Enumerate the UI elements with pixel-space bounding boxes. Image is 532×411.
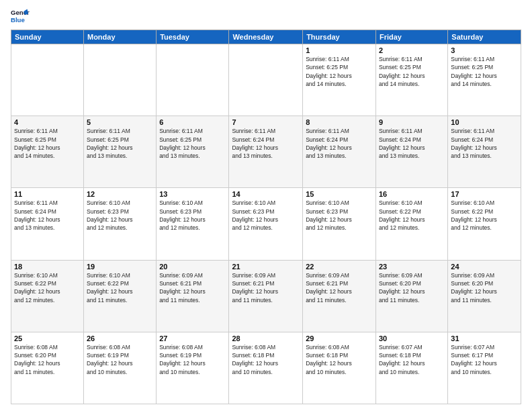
day-cell: 3Sunrise: 6:11 AM Sunset: 6:25 PM Daylig… xyxy=(448,44,521,116)
day-info: Sunrise: 6:11 AM Sunset: 6:24 PM Dayligh… xyxy=(379,127,445,160)
day-number: 8 xyxy=(306,118,373,126)
day-info: Sunrise: 6:09 AM Sunset: 6:21 PM Dayligh… xyxy=(159,271,226,304)
day-number: 9 xyxy=(379,118,445,126)
day-number: 19 xyxy=(87,263,153,271)
week-row-1: 1Sunrise: 6:11 AM Sunset: 6:25 PM Daylig… xyxy=(11,44,521,116)
day-info: Sunrise: 6:11 AM Sunset: 6:25 PM Dayligh… xyxy=(451,55,518,88)
day-info: Sunrise: 6:07 AM Sunset: 6:17 PM Dayligh… xyxy=(451,343,518,376)
day-number: 2 xyxy=(379,46,445,54)
weekday-header-tuesday: Tuesday xyxy=(157,30,229,44)
logo: General Blue xyxy=(11,7,30,26)
day-cell: 31Sunrise: 6:07 AM Sunset: 6:17 PM Dayli… xyxy=(448,332,521,404)
day-cell: 11Sunrise: 6:11 AM Sunset: 6:24 PM Dayli… xyxy=(11,188,84,260)
logo-icon: General Blue xyxy=(11,7,30,26)
day-cell: 18Sunrise: 6:10 AM Sunset: 6:22 PM Dayli… xyxy=(11,260,84,332)
weekday-header-saturday: Saturday xyxy=(448,30,521,44)
day-cell: 12Sunrise: 6:10 AM Sunset: 6:23 PM Dayli… xyxy=(83,188,156,260)
day-number: 31 xyxy=(451,334,518,342)
weekday-header-wednesday: Wednesday xyxy=(229,30,303,44)
day-cell: 5Sunrise: 6:11 AM Sunset: 6:25 PM Daylig… xyxy=(83,116,156,188)
day-cell xyxy=(11,44,84,116)
day-info: Sunrise: 6:10 AM Sunset: 6:22 PM Dayligh… xyxy=(379,199,445,232)
day-number: 23 xyxy=(379,263,445,271)
day-cell: 17Sunrise: 6:10 AM Sunset: 6:22 PM Dayli… xyxy=(448,188,521,260)
day-info: Sunrise: 6:07 AM Sunset: 6:18 PM Dayligh… xyxy=(379,343,445,376)
day-cell: 24Sunrise: 6:09 AM Sunset: 6:20 PM Dayli… xyxy=(448,260,521,332)
day-info: Sunrise: 6:10 AM Sunset: 6:23 PM Dayligh… xyxy=(306,199,373,232)
day-number: 25 xyxy=(14,334,81,342)
header: General Blue xyxy=(11,7,521,26)
day-number: 14 xyxy=(232,190,300,198)
day-info: Sunrise: 6:11 AM Sunset: 6:24 PM Dayligh… xyxy=(14,199,81,232)
day-info: Sunrise: 6:08 AM Sunset: 6:18 PM Dayligh… xyxy=(232,343,300,376)
day-cell: 10Sunrise: 6:11 AM Sunset: 6:24 PM Dayli… xyxy=(448,116,521,188)
day-cell: 30Sunrise: 6:07 AM Sunset: 6:18 PM Dayli… xyxy=(375,332,447,404)
day-cell: 6Sunrise: 6:11 AM Sunset: 6:25 PM Daylig… xyxy=(157,116,229,188)
day-info: Sunrise: 6:11 AM Sunset: 6:24 PM Dayligh… xyxy=(232,127,300,160)
day-cell: 9Sunrise: 6:11 AM Sunset: 6:24 PM Daylig… xyxy=(375,116,447,188)
day-number: 17 xyxy=(451,190,518,198)
day-number: 27 xyxy=(159,334,226,342)
day-number: 29 xyxy=(306,334,373,342)
day-info: Sunrise: 6:10 AM Sunset: 6:23 PM Dayligh… xyxy=(159,199,226,232)
day-number: 12 xyxy=(87,190,153,198)
weekday-header-thursday: Thursday xyxy=(303,30,376,44)
calendar-table: SundayMondayTuesdayWednesdayThursdayFrid… xyxy=(11,30,521,404)
day-number: 20 xyxy=(159,263,226,271)
day-cell: 22Sunrise: 6:09 AM Sunset: 6:21 PM Dayli… xyxy=(303,260,376,332)
day-number: 1 xyxy=(306,46,373,54)
day-cell: 1Sunrise: 6:11 AM Sunset: 6:25 PM Daylig… xyxy=(303,44,376,116)
day-number: 18 xyxy=(14,263,81,271)
day-number: 21 xyxy=(232,263,300,271)
day-info: Sunrise: 6:11 AM Sunset: 6:25 PM Dayligh… xyxy=(379,55,445,88)
day-cell: 13Sunrise: 6:10 AM Sunset: 6:23 PM Dayli… xyxy=(157,188,229,260)
day-cell xyxy=(229,44,303,116)
day-info: Sunrise: 6:08 AM Sunset: 6:18 PM Dayligh… xyxy=(306,343,373,376)
day-cell: 28Sunrise: 6:08 AM Sunset: 6:18 PM Dayli… xyxy=(229,332,303,404)
day-cell: 8Sunrise: 6:11 AM Sunset: 6:24 PM Daylig… xyxy=(303,116,376,188)
day-cell: 27Sunrise: 6:08 AM Sunset: 6:19 PM Dayli… xyxy=(157,332,229,404)
day-cell: 23Sunrise: 6:09 AM Sunset: 6:20 PM Dayli… xyxy=(375,260,447,332)
day-number: 13 xyxy=(159,190,226,198)
day-number: 11 xyxy=(14,190,81,198)
weekday-header-row: SundayMondayTuesdayWednesdayThursdayFrid… xyxy=(11,30,521,44)
day-info: Sunrise: 6:10 AM Sunset: 6:23 PM Dayligh… xyxy=(87,199,153,232)
week-row-2: 4Sunrise: 6:11 AM Sunset: 6:25 PM Daylig… xyxy=(11,116,521,188)
day-number: 30 xyxy=(379,334,445,342)
page: General Blue SundayMondayTuesdayWednesda… xyxy=(0,0,532,411)
day-number: 10 xyxy=(451,118,518,126)
day-info: Sunrise: 6:08 AM Sunset: 6:19 PM Dayligh… xyxy=(159,343,226,376)
day-cell: 2Sunrise: 6:11 AM Sunset: 6:25 PM Daylig… xyxy=(375,44,447,116)
day-cell: 25Sunrise: 6:08 AM Sunset: 6:20 PM Dayli… xyxy=(11,332,84,404)
day-cell xyxy=(157,44,229,116)
day-info: Sunrise: 6:09 AM Sunset: 6:20 PM Dayligh… xyxy=(451,271,518,304)
day-number: 15 xyxy=(306,190,373,198)
weekday-header-monday: Monday xyxy=(83,30,156,44)
day-info: Sunrise: 6:10 AM Sunset: 6:22 PM Dayligh… xyxy=(14,271,81,304)
day-cell: 21Sunrise: 6:09 AM Sunset: 6:21 PM Dayli… xyxy=(229,260,303,332)
day-cell: 20Sunrise: 6:09 AM Sunset: 6:21 PM Dayli… xyxy=(157,260,229,332)
day-info: Sunrise: 6:11 AM Sunset: 6:25 PM Dayligh… xyxy=(306,55,373,88)
day-cell: 15Sunrise: 6:10 AM Sunset: 6:23 PM Dayli… xyxy=(303,188,376,260)
day-number: 6 xyxy=(159,118,226,126)
day-info: Sunrise: 6:11 AM Sunset: 6:25 PM Dayligh… xyxy=(87,127,153,160)
day-cell: 7Sunrise: 6:11 AM Sunset: 6:24 PM Daylig… xyxy=(229,116,303,188)
day-number: 22 xyxy=(306,263,373,271)
day-number: 4 xyxy=(14,118,81,126)
day-cell: 4Sunrise: 6:11 AM Sunset: 6:25 PM Daylig… xyxy=(11,116,84,188)
day-info: Sunrise: 6:11 AM Sunset: 6:24 PM Dayligh… xyxy=(306,127,373,160)
week-row-4: 18Sunrise: 6:10 AM Sunset: 6:22 PM Dayli… xyxy=(11,260,521,332)
weekday-header-friday: Friday xyxy=(375,30,447,44)
day-cell: 26Sunrise: 6:08 AM Sunset: 6:19 PM Dayli… xyxy=(83,332,156,404)
week-row-5: 25Sunrise: 6:08 AM Sunset: 6:20 PM Dayli… xyxy=(11,332,521,404)
day-cell: 19Sunrise: 6:10 AM Sunset: 6:22 PM Dayli… xyxy=(83,260,156,332)
day-number: 24 xyxy=(451,263,518,271)
day-info: Sunrise: 6:09 AM Sunset: 6:21 PM Dayligh… xyxy=(306,271,373,304)
day-cell xyxy=(83,44,156,116)
svg-text:Blue: Blue xyxy=(11,16,25,24)
day-info: Sunrise: 6:10 AM Sunset: 6:23 PM Dayligh… xyxy=(232,199,300,232)
day-info: Sunrise: 6:10 AM Sunset: 6:22 PM Dayligh… xyxy=(451,199,518,232)
day-info: Sunrise: 6:09 AM Sunset: 6:21 PM Dayligh… xyxy=(232,271,300,304)
day-info: Sunrise: 6:11 AM Sunset: 6:25 PM Dayligh… xyxy=(14,127,81,160)
day-number: 5 xyxy=(87,118,153,126)
